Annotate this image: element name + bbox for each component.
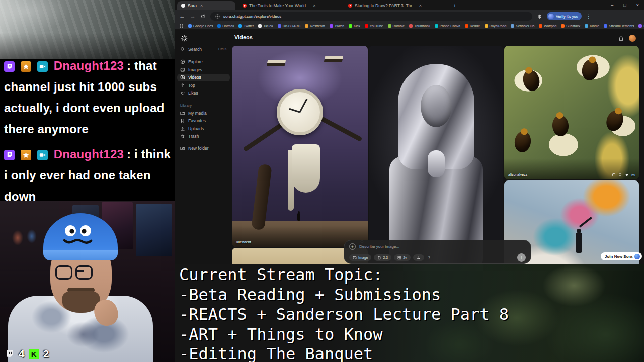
- site-settings-icon[interactable]: [215, 14, 220, 19]
- new-folder-button[interactable]: New folder: [175, 144, 232, 152]
- sora-logo-icon[interactable]: [181, 35, 188, 42]
- join-new-sora-button[interactable]: Join New Sora: [601, 252, 642, 260]
- minimize-button[interactable]: –: [606, 0, 618, 10]
- sidebar-item-my-media[interactable]: My media: [175, 109, 232, 117]
- extensions-puzzle-icon[interactable]: [537, 14, 542, 19]
- window-controls: – □ ×: [606, 0, 644, 10]
- image-type-chip[interactable]: Image: [349, 254, 371, 261]
- bookmark-item[interactable]: Kick: [349, 24, 360, 28]
- bookmark-item[interactable]: Reddit: [465, 24, 480, 28]
- chat-username: Dnaught123: [54, 59, 124, 72]
- sidebar-item-likes[interactable]: Likes: [175, 89, 232, 98]
- video-card-beetles[interactable]: alisonalvezz 69: [504, 46, 639, 179]
- presets-chip[interactable]: [413, 254, 424, 261]
- tab-close-icon[interactable]: ×: [200, 3, 203, 8]
- statue-face: [421, 85, 452, 127]
- search-icon: [180, 47, 185, 52]
- melting-clock: [277, 89, 323, 135]
- favicon: [561, 24, 565, 28]
- sidebar-item-explore[interactable]: Explore: [175, 58, 232, 66]
- image-icon: [180, 67, 185, 72]
- card-author[interactable]: alisonalvezz: [508, 173, 527, 176]
- search-label: Search: [188, 47, 202, 52]
- sidebar-item-images[interactable]: Images: [175, 66, 232, 74]
- twitch-platform-badge-icon: [4, 61, 15, 72]
- tab-close-icon[interactable]: ×: [419, 3, 422, 8]
- reload-button[interactable]: [200, 14, 206, 19]
- url-bar[interactable]: sora.chatgpt.com/explore/videos: [210, 12, 532, 21]
- sora-profile-avatar[interactable]: [629, 35, 636, 42]
- favicon: [365, 24, 368, 28]
- bookmark-icon: [180, 118, 185, 123]
- sidebar-item-uploads[interactable]: Uploads: [175, 125, 232, 133]
- bookmark-item[interactable]: botrix: [638, 24, 644, 28]
- heart-icon[interactable]: [625, 173, 629, 177]
- video-card-chrome-statue[interactable]: [369, 46, 503, 265]
- bookmark-item[interactable]: Twitch: [330, 24, 344, 28]
- bookmark-item[interactable]: Kindle: [585, 24, 599, 28]
- help-icon[interactable]: ?: [428, 255, 430, 260]
- forward-button[interactable]: →: [190, 13, 196, 19]
- bookmark-item[interactable]: Hotmail: [217, 24, 234, 28]
- close-button[interactable]: ×: [631, 0, 644, 10]
- sidebar-item-videos[interactable]: Videos: [177, 74, 230, 82]
- bookmark-item[interactable]: Phone Canva: [435, 24, 460, 28]
- favicon: [217, 24, 221, 28]
- sidebar-item-favorites[interactable]: Favorites: [175, 117, 232, 125]
- sliders-icon: [417, 256, 421, 260]
- notifications-bell-icon[interactable]: [618, 36, 624, 42]
- glasses: [55, 265, 93, 280]
- portrait-ratio-icon: [377, 256, 381, 260]
- twitch-viewer-count: 4: [19, 348, 25, 360]
- video-card-surreal-clock[interactable]: likiendent: [232, 46, 368, 247]
- bookmark-item[interactable]: RoyalRoad: [485, 24, 507, 28]
- aspect-ratio-chip[interactable]: 2:3: [374, 254, 391, 261]
- sidebar-item-top[interactable]: Top: [175, 81, 232, 89]
- like-count[interactable]: 69: [631, 173, 635, 177]
- prompt-input[interactable]: Describe your image...: [359, 244, 399, 249]
- bookmark-item[interactable]: Rumble: [388, 24, 405, 28]
- bookmark-item[interactable]: Restream: [305, 24, 325, 28]
- bookmark-item[interactable]: Wattpad: [539, 24, 556, 28]
- bookmark-item[interactable]: Thumbnail: [409, 24, 430, 28]
- sidebar-item-trash[interactable]: Trash: [175, 133, 232, 141]
- tab-youtube-2[interactable]: Starting to Draw? PART 3: Thr... ×: [344, 1, 447, 10]
- maximize-button[interactable]: □: [618, 0, 631, 10]
- bookmark-item[interactable]: DISBOARD: [278, 24, 301, 28]
- new-folder-icon: [180, 146, 185, 151]
- card-author[interactable]: likiendent: [236, 240, 251, 244]
- silhouette-figure: [576, 233, 582, 253]
- kick-icon: K: [29, 349, 39, 359]
- sidebar-item-label: Uploads: [188, 126, 204, 131]
- topic-line: -REACTS + Sanderson Lecture Part 8: [179, 305, 509, 325]
- prompt-bar[interactable]: + Describe your image... Image 2:3 2v: [344, 240, 531, 264]
- beetle: [580, 58, 600, 82]
- browser-menu-icon[interactable]: ⋮: [586, 14, 591, 19]
- silhouette-figure: [297, 213, 300, 221]
- bookmark-item[interactable]: Google Docs: [188, 24, 213, 28]
- bookmark-item[interactable]: StreamElements: [604, 24, 634, 28]
- apps-grid-icon[interactable]: [179, 24, 184, 28]
- favicon: [258, 24, 262, 28]
- tab-youtube-1[interactable]: The Tools to Make Your World... ×: [238, 1, 341, 10]
- bookmark-item[interactable]: YouTube: [365, 24, 383, 28]
- cube-icon[interactable]: [612, 173, 616, 177]
- heart-icon: [180, 90, 185, 96]
- submit-prompt-button[interactable]: ↑: [517, 253, 526, 262]
- topic-line: -Beta Reading + Submissions: [179, 285, 509, 305]
- bookmark-item[interactable]: Substack: [561, 24, 580, 28]
- browser-tab-strip: Sora × The Tools to Make Your World... ×…: [175, 0, 644, 10]
- verify-its-you-chip[interactable]: Verify it's you: [547, 12, 582, 20]
- bookmark-item[interactable]: ScribbleHub: [511, 24, 534, 28]
- bookmark-item[interactable]: Twitter: [238, 24, 254, 28]
- tab-close-icon[interactable]: ×: [313, 3, 315, 8]
- add-attachment-icon[interactable]: +: [349, 243, 356, 250]
- search-button[interactable]: Search Ctrl K: [175, 45, 232, 53]
- bookmark-item[interactable]: TikTok: [258, 24, 273, 28]
- variations-chip[interactable]: 2v: [394, 254, 410, 261]
- tab-sora[interactable]: Sora ×: [177, 1, 235, 10]
- page-title: Videos: [234, 34, 253, 40]
- zoom-icon[interactable]: [618, 173, 622, 177]
- new-tab-button[interactable]: +: [451, 2, 459, 10]
- back-button[interactable]: ←: [179, 13, 185, 19]
